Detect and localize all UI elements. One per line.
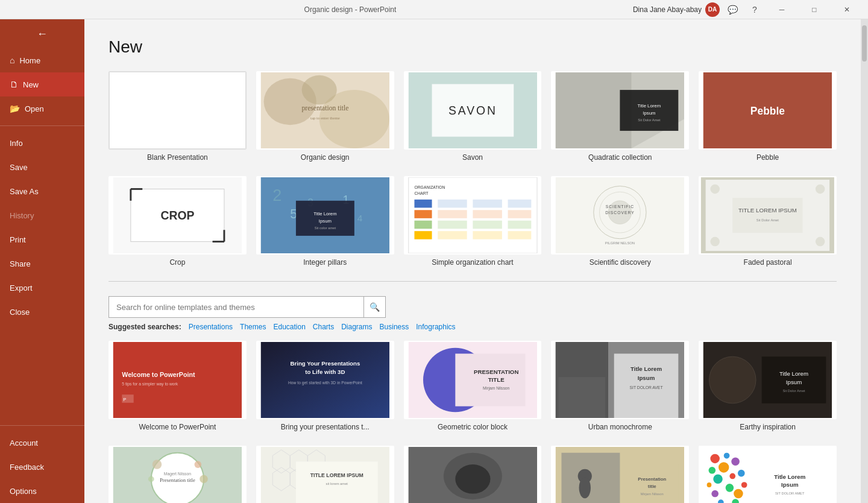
open-icon: 📂 [10,104,20,113]
scrollbar-thumb[interactable] [862,25,867,62]
avatar[interactable]: DA [705,2,720,17]
templates-row4: Magert Nilsson Presentation title Presen… [108,446,837,503]
suggested-infographics[interactable]: Infographics [414,323,458,331]
template-name-faded: Faded pastoral [699,258,837,267]
maximize-button[interactable]: □ [800,0,828,19]
template-crop[interactable]: CROP Crop [108,176,247,267]
sidebar-item-save[interactable]: Save [0,155,84,179]
template-organic[interactable]: presentation title tap to enter theme Or… [256,71,394,162]
template-thumb-pebble: Pebble [699,71,837,150]
search-button[interactable]: 🔍 [363,296,385,318]
template-thumb-crop: CROP [108,176,247,255]
suggested-business[interactable]: Business [377,323,412,331]
template-name-organic: Organic design [256,153,394,162]
suggested-presentations[interactable]: Presentations [186,323,235,331]
svg-point-104 [153,460,162,469]
sidebar-item-print[interactable]: Print [0,227,84,252]
svg-text:sit lorem amet: sit lorem amet [326,482,348,486]
template-integer[interactable]: 2 5 3 7 1 4 Title Lorem Ipsum Sit color … [256,176,394,267]
suggested-diagrams[interactable]: Diagrams [339,323,374,331]
svg-text:Ipsum: Ipsum [638,375,655,381]
template-pebble[interactable]: Pebble Pebble [699,71,837,162]
username: Dina Jane Abay-abay [633,5,702,14]
svg-point-143 [707,482,712,487]
svg-rect-50 [473,231,502,239]
minimize-button[interactable]: ─ [768,0,796,19]
template-faded[interactable]: TITLE LOREM IPSUM Sit Dolor Amet Faded p… [699,176,837,267]
svg-point-146 [712,490,719,498]
template-pattern[interactable]: TITLE LOREM IPSUM sit lorem amet Title L… [256,446,394,503]
comment-icon[interactable]: 💬 [725,1,741,18]
svg-text:Title Lorem: Title Lorem [774,473,805,480]
template-dog[interactable]: TITLE LOREM IPSUM sit lorem amet Title L… [404,446,542,503]
svg-rect-42 [414,231,432,239]
sidebar-item-options[interactable]: Options [0,479,84,503]
template-thumb-urban: Title Lorem Ipsum SIT DOLOR AVET [551,341,689,419]
svg-rect-46 [438,231,467,239]
svg-rect-44 [438,210,467,218]
sidebar-item-close[interactable]: Close [0,300,84,324]
svg-point-67 [711,185,720,194]
svg-text:2: 2 [272,186,281,204]
template-savon[interactable]: SAVON Savon [404,71,542,162]
template-welcome[interactable]: Welcome to PowerPoint 5 tips for a simpl… [108,341,247,431]
template-earthy[interactable]: Title Lorem Ipsum Sit Dolor Amet Earthy … [699,341,837,431]
svg-text:CROP: CROP [160,209,194,222]
svg-rect-49 [473,221,502,229]
svg-text:TITLE LOREM IPSUM: TITLE LOREM IPSUM [310,472,363,478]
svg-text:Ipsum: Ipsum [319,218,332,224]
template-dots[interactable]: Title Lorem Ipsum SIT DOLOR AMET Title L… [699,446,837,503]
suggested-charts[interactable]: Charts [310,323,336,331]
sidebar-item-feedback[interactable]: Feedback [0,455,84,479]
template-blank[interactable]: Blank Presentation [108,71,247,162]
sidebar-item-open[interactable]: 📂 Open [0,96,84,121]
svg-point-135 [711,454,720,464]
title-bar-right: Dina Jane Abay-abay DA 💬 ? ─ □ ✕ [633,0,861,19]
sidebar-item-account[interactable]: Account [0,431,84,455]
sidebar-item-share[interactable]: Share [0,252,84,276]
app-body: ← ⌂ Home 🗋 New 📂 Open Info Save Save As … [0,19,868,503]
template-pres-title[interactable]: Presentation title Mirjam Nilsson Presen… [551,446,689,503]
sidebar-label-home: Home [19,56,40,65]
suggested-searches: Suggested searches: Presentations Themes… [108,323,837,331]
template-geometric[interactable]: PRESENTATION TITLE Mirjam Nilsson Geomet… [404,341,542,431]
template-urban[interactable]: Title Lorem Ipsum SIT DOLOR AVET Urban m… [551,341,689,431]
sidebar-item-save-as[interactable]: Save As [0,179,84,203]
scrollbar[interactable] [861,19,868,503]
sidebar-item-export[interactable]: Export [0,276,84,300]
template-name-3d: Bring your presentations t... [256,423,394,431]
svg-text:presentation title: presentation title [301,104,348,112]
template-thumb-earthy: Title Lorem Ipsum Sit Dolor Amet [699,341,837,419]
template-org[interactable]: ORGANIZATION CHART [404,176,542,267]
help-icon[interactable]: ? [746,1,763,18]
suggested-education[interactable]: Education [271,323,307,331]
template-3d[interactable]: Bring Your Presentations to Life with 3D… [256,341,394,431]
svg-text:5 tips for a simpler way to wo: 5 tips for a simpler way to work [122,382,178,387]
sidebar-item-home[interactable]: ⌂ Home [0,48,84,72]
search-section: 🔍 Suggested searches: Presentations Them… [108,296,837,331]
back-button[interactable]: ← [0,19,84,48]
svg-text:SIT DOLOR AMET: SIT DOLOR AMET [775,492,805,495]
home-icon: ⌂ [10,55,14,65]
template-name-integer: Integer pillars [256,258,394,267]
sidebar-item-new[interactable]: 🗋 New [0,72,84,96]
svg-rect-39 [414,200,432,208]
svg-rect-53 [508,221,531,229]
template-scientific[interactable]: SCIENTIFIC DISCOVERY PILGRIM NELSON Scie… [551,176,689,267]
sidebar-item-info[interactable]: Info [0,131,84,155]
template-quadratic[interactable]: Title Lorem Ipsum Sit Dolor Amet Quadrat… [551,71,689,162]
template-thumb-pattern: TITLE LOREM IPSUM sit lorem amet [256,446,394,503]
svg-point-142 [738,470,745,477]
close-button[interactable]: ✕ [833,0,861,19]
svg-text:SIT DOLOR AVET: SIT DOLOR AVET [630,385,663,390]
template-thumb-welcome: Welcome to PowerPoint 5 tips for a simpl… [108,341,247,419]
svg-text:Bring Your Presentations: Bring Your Presentations [290,360,360,367]
template-floral[interactable]: Magert Nilsson Presentation title Presen… [108,446,247,503]
svg-rect-40 [414,210,432,218]
templates-row3: Welcome to PowerPoint 5 tips for a simpl… [108,341,837,431]
search-input[interactable] [109,303,363,312]
svg-text:title: title [648,484,656,489]
suggested-themes[interactable]: Themes [237,323,268,331]
page-title: New [108,37,837,57]
svg-text:Presentation: Presentation [638,476,667,482]
